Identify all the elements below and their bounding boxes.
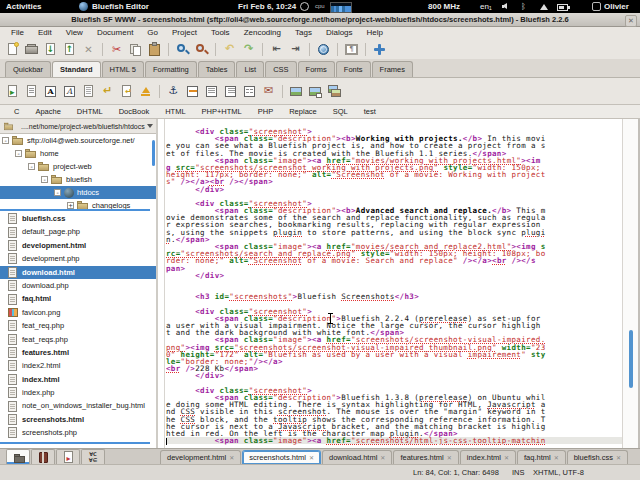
menu-project[interactable]: Project (165, 27, 204, 39)
snippets-menu-c[interactable]: C (6, 105, 27, 118)
file-item-development-html[interactable]: development.html (0, 239, 156, 252)
copy-button[interactable] (126, 40, 145, 58)
file-item-bluefish-css[interactable]: bluefish.css (0, 212, 156, 225)
volume-icon[interactable] (502, 3, 507, 9)
body-button[interactable] (22, 82, 41, 100)
bold-button[interactable] (41, 82, 60, 100)
user-menu[interactable]: Olivier (604, 0, 629, 13)
activities-button[interactable]: Activities (6, 0, 42, 13)
tree-item-changelogs[interactable]: +changelogs (0, 199, 156, 209)
thumbnail-button[interactable] (306, 82, 325, 100)
quickbar-tab-list[interactable]: List (236, 61, 264, 77)
keyboard-layout-indicator[interactable]: en₁ (480, 0, 492, 13)
document-tab-features-html[interactable]: features.html✕ (393, 450, 458, 464)
doc-close-button[interactable] (79, 40, 98, 58)
tree-item-bluefish[interactable]: -bluefish (0, 173, 156, 186)
filelist-horizontal-scrollbar[interactable] (0, 442, 150, 444)
break-button[interactable] (98, 82, 117, 100)
code-line[interactable]: <h3 id="screenshots">Bluefish Screenshot… (166, 293, 622, 300)
code-line[interactable]: </div> (166, 372, 622, 379)
tree-horizontal-scrollbar[interactable] (0, 209, 150, 211)
file-item-download-php[interactable]: download.php (0, 279, 156, 292)
file-item-screenshots-php[interactable]: screenshots.php (0, 426, 156, 439)
tree-vertical-scrollbar[interactable] (152, 140, 155, 166)
quickbar-tab-css[interactable]: CSS (265, 61, 296, 77)
snippets-menu-php[interactable]: PHP (250, 105, 281, 118)
paste-button[interactable] (145, 40, 164, 58)
right-justify-button[interactable] (221, 82, 240, 100)
quickbar-tab-tables[interactable]: Tables (198, 61, 236, 77)
menu-tools[interactable]: Tools (204, 27, 237, 39)
find-button[interactable] (173, 40, 192, 58)
indent-button[interactable] (286, 40, 305, 58)
tree-item-htdocs[interactable]: -htdocs (0, 186, 156, 199)
cpu-graph-applet[interactable] (330, 2, 352, 13)
close-tab-icon[interactable]: ✕ (380, 455, 385, 461)
wifi-icon[interactable] (540, 4, 548, 10)
menu-zencoding[interactable]: Zencoding (237, 27, 288, 39)
find-replace-button[interactable] (192, 40, 211, 58)
doc-new-button[interactable] (3, 40, 22, 58)
file-item-index-html[interactable]: index.html (0, 373, 156, 386)
center-button[interactable] (202, 82, 221, 100)
snippets-menu-docbook[interactable]: DocBook (111, 105, 157, 118)
snippets-menu-php-html[interactable]: PHP+HTML (194, 105, 250, 118)
file-item-note-on-windows-installer-bug-html[interactable]: note_on_windows_installer_bug.html (0, 399, 156, 412)
side-panel-tab-file-browser[interactable] (6, 449, 30, 464)
code-line[interactable] (166, 279, 622, 286)
tree-item-home[interactable]: -home (0, 147, 156, 160)
italic-button[interactable] (60, 82, 79, 100)
code-line[interactable]: </div> (166, 186, 622, 193)
document-tab-download-html[interactable]: download.html✕ (322, 450, 392, 464)
email-button[interactable] (259, 82, 278, 100)
collapse-icon[interactable]: - (41, 176, 48, 183)
quickbar-tab-formatting[interactable]: Formatting (145, 61, 197, 77)
current-code-line[interactable]: <span class="image"><a href="screenshots… (166, 437, 622, 444)
window-close-button[interactable]: ✕ (625, 15, 637, 27)
menu-dialogs[interactable]: Dialogs (319, 27, 360, 39)
tree-item-project-web[interactable]: -project-web (0, 160, 156, 173)
menu-file[interactable]: File (4, 27, 31, 39)
battery-icon[interactable] (557, 4, 568, 11)
document-tab-bluefish-css[interactable]: bluefish.css✕ (567, 450, 628, 464)
code-line[interactable]: s, using the snippets plugin to store pa… (166, 229, 622, 236)
quickbar-tab-fonts[interactable]: Fonts (336, 61, 371, 77)
file-item-features-html[interactable]: features.html (0, 346, 156, 359)
document-tab-screenshots-html[interactable]: screenshots.html✕ (242, 450, 321, 464)
document-tab-index-html[interactable]: index.html✕ (460, 450, 516, 464)
code-line[interactable]: rder: none;" alt="Screenshot of a movie:… (166, 257, 622, 264)
file-item-feat-reqs-php[interactable]: feat_reqs.php (0, 333, 156, 346)
nav-cross-button[interactable] (370, 40, 389, 58)
quickbar-tab-quickbar[interactable]: Quickbar (5, 61, 51, 77)
snippets-menu-apache[interactable]: Apache (27, 105, 68, 118)
directory-combo[interactable]: ....net/home/project-web/bluefish/htdocs (0, 119, 156, 134)
file-item-faq-html[interactable]: faq.html (0, 292, 156, 305)
unindent-button[interactable] (267, 40, 286, 58)
doc-save-button[interactable] (41, 40, 60, 58)
close-tab-icon[interactable]: ✕ (504, 455, 509, 461)
code-line[interactable]: pan> (166, 265, 622, 272)
snippets-menu-html[interactable]: HTML (157, 105, 193, 118)
cut-button[interactable] (107, 40, 126, 58)
app-menu-button[interactable]: Bluefish Editor (92, 0, 149, 13)
window-titlebar[interactable]: Bluefish SF WWW - screenshots.html (sftp… (0, 13, 640, 27)
close-tab-icon[interactable]: ✕ (309, 455, 314, 461)
side-panel-tab-charmap[interactable] (81, 449, 105, 464)
redo-button[interactable] (239, 40, 258, 58)
tree-item-sftp-oli4-web-sourceforge-net[interactable]: -sftp://oli4@web.sourceforge.net/ (0, 134, 156, 147)
break-and-clear-button[interactable] (117, 82, 136, 100)
code-line[interactable]: <br />228 Kb</span> (166, 365, 622, 372)
undo-button[interactable] (220, 40, 239, 58)
snippets-menu-test[interactable]: test (356, 105, 384, 118)
menu-edit[interactable]: Edit (31, 27, 59, 39)
close-tab-icon[interactable]: ✕ (229, 455, 234, 461)
document-tab-faq-html[interactable]: faq.html✕ (517, 450, 566, 464)
insert-image-button[interactable] (287, 82, 306, 100)
menu-go[interactable]: Go (140, 27, 165, 39)
close-tab-icon[interactable]: ✕ (447, 455, 452, 461)
collapse-icon[interactable]: - (54, 189, 61, 196)
editor-code[interactable]: <div class="screenshot"> <span class="de… (166, 119, 622, 448)
menu-help[interactable]: Help (360, 27, 390, 39)
side-panel-tab-snippets[interactable] (56, 449, 80, 464)
quickbar-tab-html-5[interactable]: HTML 5 (102, 61, 144, 77)
